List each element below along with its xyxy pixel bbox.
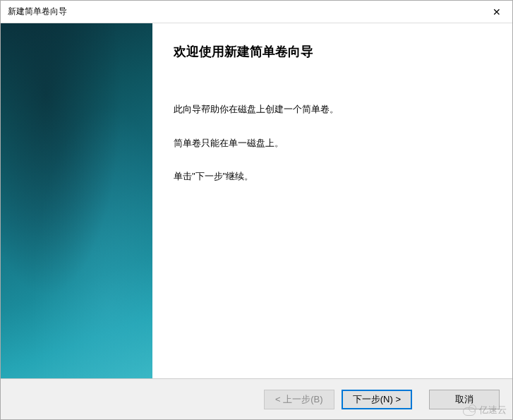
back-button: < 上一步(B) <box>264 390 334 409</box>
content-area: 欢迎使用新建简单卷向导 此向导帮助你在磁盘上创建一个简单卷。 简单卷只能在单一磁… <box>1 23 512 378</box>
window-title: 新建简单卷向导 <box>8 6 67 18</box>
wizard-dialog: 新建简单卷向导 ✕ 欢迎使用新建简单卷向导 此向导帮助你在磁盘上创建一个简单卷。… <box>0 0 513 420</box>
wizard-heading: 欢迎使用新建简单卷向导 <box>174 43 491 60</box>
wizard-text-line-1: 此向导帮助你在磁盘上创建一个简单卷。 <box>174 102 491 116</box>
button-bar: < 上一步(B) 下一步(N) > 取消 <box>1 378 512 419</box>
wizard-text-line-3: 单击"下一步"继续。 <box>174 169 491 184</box>
main-content: 欢迎使用新建简单卷向导 此向导帮助你在磁盘上创建一个简单卷。 简单卷只能在单一磁… <box>152 23 512 378</box>
wizard-sidebar-image <box>1 23 152 378</box>
close-button[interactable]: ✕ <box>481 1 512 23</box>
cancel-button[interactable]: 取消 <box>429 390 500 409</box>
next-button[interactable]: 下一步(N) > <box>342 390 412 409</box>
wizard-text-line-2: 简单卷只能在单一磁盘上。 <box>174 136 491 150</box>
close-icon: ✕ <box>493 6 501 18</box>
titlebar: 新建简单卷向导 ✕ <box>1 1 512 23</box>
